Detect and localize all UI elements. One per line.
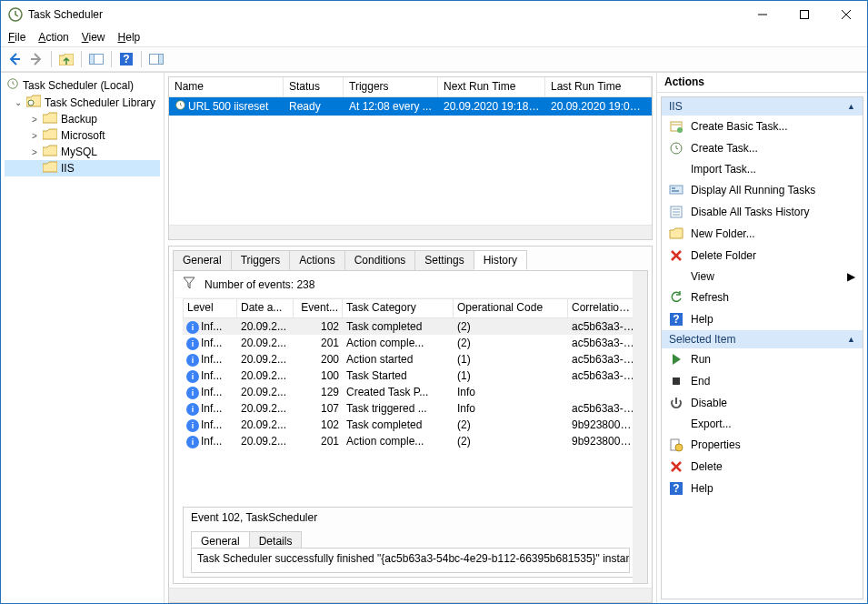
library-icon [26,95,41,110]
tree-item-label: Backup [61,113,97,126]
actions-pane: Actions IIS ▲ Create Basic Task... Creat… [656,73,867,603]
action-create-basic-task[interactable]: Create Basic Task... [662,116,863,137]
action-label: Create Basic Task... [691,120,788,133]
svg-rect-15 [672,187,675,189]
action-export[interactable]: Export... [662,414,863,434]
tree-root[interactable]: Task Scheduler (Local) [5,76,160,94]
action-delete-folder[interactable]: Delete Folder [662,245,863,267]
action-properties[interactable]: Properties [662,434,863,456]
action-end[interactable]: End [662,370,863,392]
hcol-date[interactable]: Date a... [237,298,294,318]
action-view[interactable]: View▶ [662,267,863,287]
navigation-tree[interactable]: Task Scheduler (Local) ⌄ Task Scheduler … [1,73,165,603]
action-icon [669,374,683,388]
tab-conditions[interactable]: Conditions [344,250,416,270]
hcol-opcode[interactable]: Operational Code [454,298,568,318]
col-triggers[interactable]: Triggers [344,77,438,96]
chevron-up-icon[interactable]: ▲ [847,335,855,344]
action-icon [669,290,683,305]
show-hide-action-pane-button[interactable] [146,49,166,69]
history-row[interactable]: iInf... 20.09.2... 102 Task completed (2… [183,318,638,335]
action-new-folder[interactable]: New Folder... [662,223,863,245]
action-label: Refresh [691,291,729,304]
tree-item-microsoft[interactable]: > Microsoft [5,127,160,144]
chevron-up-icon[interactable]: ▲ [847,102,855,111]
action-help[interactable]: ? Help [662,308,863,330]
help-button[interactable]: ? [116,49,136,69]
action-disable[interactable]: Disable [662,392,863,414]
hcol-level[interactable]: Level [183,298,237,318]
action-icon [669,119,683,134]
menu-help[interactable]: Help [118,31,141,44]
svg-point-9 [28,100,34,106]
window-titlebar: Task Scheduler [1,1,867,28]
detail-panel: GeneralTriggersActionsConditionsSettings… [168,246,653,603]
menu-file[interactable]: File [8,31,25,44]
hcol-event[interactable]: Event... [294,298,343,318]
tab-triggers[interactable]: Triggers [231,250,291,270]
info-icon: i [186,387,199,399]
tree-item-backup[interactable]: > Backup [5,111,160,127]
history-row[interactable]: iInf... 20.09.2... 129 Created Task P...… [183,384,638,400]
tree-item-iis[interactable]: IIS [5,160,160,176]
chevron-right-icon[interactable]: > [30,115,39,125]
tree-item-mysql[interactable]: > MySQL [5,144,160,160]
actions-group-selected[interactable]: Selected Item ▲ [662,330,863,348]
chevron-right-icon[interactable]: > [30,131,39,141]
tree-item-label: Microsoft [61,129,105,142]
info-icon: i [186,321,199,334]
tree-library[interactable]: ⌄ Task Scheduler Library [5,94,160,111]
tab-history[interactable]: History [474,250,527,270]
vertical-scrollbar[interactable] [633,271,647,583]
task-row[interactable]: URL 500 iisreset Ready At 12:08 every ..… [169,97,652,116]
event-tab-details[interactable]: Details [249,531,303,548]
horizontal-scrollbar[interactable] [169,225,652,239]
tree-item-label: IIS [61,162,75,175]
tab-general[interactable]: General [173,250,232,270]
history-row[interactable]: iInf... 20.09.2... 201 Action comple... … [183,433,638,449]
action-run[interactable]: Run [662,348,863,370]
history-row[interactable]: iInf... 20.09.2... 107 Task triggered ..… [183,400,638,417]
maximize-button[interactable] [783,1,825,28]
history-row[interactable]: iInf... 20.09.2... 102 Task completed (2… [183,417,638,433]
history-tab-content: Number of events: 238 Level Date a... Ev… [173,270,648,584]
col-last[interactable]: Last Run Time [545,77,652,96]
event-tab-general[interactable]: General [191,531,250,548]
action-display-all-running-tasks[interactable]: Display All Running Tasks [662,179,863,201]
menu-view[interactable]: View [82,31,105,44]
history-row[interactable]: iInf... 20.09.2... 100 Task Started (1) … [183,367,638,384]
action-delete[interactable]: Delete [662,456,863,478]
back-button[interactable] [5,49,25,69]
actions-group-context[interactable]: IIS ▲ [662,97,863,116]
action-refresh[interactable]: Refresh [662,287,863,308]
history-grid[interactable]: Level Date a... Event... Task Category O… [183,298,638,501]
up-button[interactable] [56,49,76,69]
action-import-task[interactable]: Import Task... [662,159,863,179]
svg-rect-14 [670,186,683,194]
menu-action[interactable]: Action [38,31,68,44]
show-hide-console-tree-button[interactable] [86,49,106,69]
forward-button[interactable] [26,49,46,69]
filter-icon[interactable] [183,277,195,292]
action-help[interactable]: ? Help [662,478,863,499]
chevron-right-icon[interactable]: > [30,147,39,157]
col-name[interactable]: Name [169,77,284,96]
detail-horizontal-scrollbar[interactable] [169,588,652,602]
history-row[interactable]: iInf... 20.09.2... 201 Action comple... … [183,335,638,351]
tab-actions[interactable]: Actions [289,250,344,270]
col-status[interactable]: Status [284,77,344,96]
actions-title: Actions [657,73,867,93]
hcol-corr[interactable]: Correlation Id [568,298,638,318]
task-list[interactable]: Name Status Triggers Next Run Time Last … [168,76,653,240]
svg-rect-16 [672,190,679,192]
hcol-category[interactable]: Task Category [343,298,454,318]
chevron-down-icon[interactable]: ⌄ [14,97,23,107]
action-disable-all-tasks-history[interactable]: Disable All Tasks History [662,201,863,223]
tab-settings[interactable]: Settings [414,250,474,270]
history-row[interactable]: iInf... 20.09.2... 200 Action started (1… [183,351,638,367]
action-create-task[interactable]: Create Task... [662,137,863,159]
close-button[interactable] [825,1,867,28]
svg-text:?: ? [673,482,679,495]
minimize-button[interactable] [742,1,783,28]
col-next[interactable]: Next Run Time [438,77,545,96]
